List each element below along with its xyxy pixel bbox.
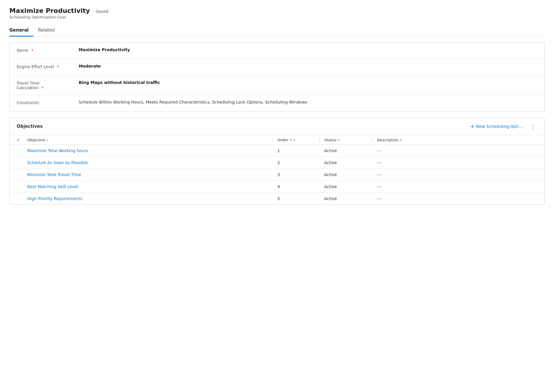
page-subtitle: Scheduling Optimization Goal bbox=[9, 15, 545, 19]
field-value-travel-time: Bing Maps without historical traffic bbox=[75, 80, 537, 85]
objectives-section: Objectives + New Scheduling Opti... ⋮ ✓ … bbox=[9, 118, 545, 205]
table-row: Maximize Total Working hours 1 Active --… bbox=[10, 145, 544, 157]
row-objective-0[interactable]: Maximize Total Working hours bbox=[27, 148, 273, 153]
main-card: Name * Maximize Productivity Engine Effo… bbox=[9, 42, 545, 112]
new-button-label: New Scheduling Opti... bbox=[476, 124, 523, 129]
field-label-engine-effort: Engine Effort Level * bbox=[17, 64, 75, 69]
row-order-3: 4 bbox=[273, 184, 319, 189]
objectives-header: Objectives + New Scheduling Opti... ⋮ bbox=[10, 118, 544, 135]
table-row: Best Matching Skill Level 4 Active --- bbox=[10, 181, 544, 193]
table-row: Schedule As Soon As Possible 2 Active --… bbox=[10, 157, 544, 169]
order-chevron-icon: ∨ bbox=[293, 138, 295, 142]
row-status-2: Active bbox=[319, 172, 372, 177]
table-row: Minimize Total Travel Time 3 Active --- bbox=[10, 169, 544, 181]
check-icon: ✓ bbox=[17, 137, 20, 142]
tab-general[interactable]: General bbox=[9, 25, 33, 37]
objectives-title: Objectives bbox=[17, 124, 468, 129]
page-title-text: Maximize Productivity bbox=[9, 7, 90, 14]
field-label-travel-time: Travel TimeCalculation * bbox=[17, 80, 75, 90]
row-status-4: Active bbox=[319, 196, 372, 201]
field-label-constraints: Constraints bbox=[17, 100, 75, 105]
row-objective-2[interactable]: Minimize Total Travel Time bbox=[27, 172, 273, 177]
row-description-3: --- bbox=[372, 184, 537, 189]
objectives-actions: + New Scheduling Opti... ⋮ bbox=[468, 122, 537, 131]
description-chevron-icon: ∨ bbox=[400, 138, 402, 142]
row-order-1: 2 bbox=[273, 160, 319, 165]
row-objective-1[interactable]: Schedule As Soon As Possible bbox=[27, 160, 273, 165]
tab-related[interactable]: Related bbox=[38, 25, 59, 37]
th-status[interactable]: Status ∨ bbox=[320, 138, 372, 142]
field-row-name: Name * Maximize Productivity bbox=[10, 43, 544, 59]
table-row: High Priority Requirements 5 Active --- bbox=[10, 193, 544, 204]
row-order-2: 3 bbox=[273, 172, 319, 177]
sort-up-icon: ↑ bbox=[290, 138, 292, 142]
objectives-table: ✓ Objective ∨ Order ↑ ∨ Status ∨ Descrip… bbox=[10, 135, 544, 204]
plus-icon: + bbox=[470, 124, 474, 129]
field-row-travel-time: Travel TimeCalculation * Bing Maps witho… bbox=[10, 75, 544, 95]
row-status-1: Active bbox=[319, 160, 372, 165]
row-description-2: --- bbox=[372, 172, 537, 177]
row-status-3: Active bbox=[319, 184, 372, 189]
table-body: Maximize Total Working hours 1 Active --… bbox=[10, 145, 544, 204]
saved-badge: - Saved bbox=[93, 9, 109, 14]
page-header: Maximize Productivity - Saved Scheduling… bbox=[9, 7, 545, 19]
status-chevron-icon: ∨ bbox=[338, 138, 340, 142]
row-objective-4[interactable]: High Priority Requirements bbox=[27, 196, 273, 201]
table-header-row: ✓ Objective ∨ Order ↑ ∨ Status ∨ Descrip… bbox=[10, 135, 544, 145]
field-row-constraints: Constraints Schedule Within Working Hour… bbox=[10, 95, 544, 111]
row-description-4: --- bbox=[372, 196, 537, 201]
field-row-engine-effort: Engine Effort Level * Moderate bbox=[10, 59, 544, 75]
row-description-1: --- bbox=[372, 160, 537, 165]
row-order-4: 5 bbox=[273, 196, 319, 201]
th-order[interactable]: Order ↑ ∨ bbox=[273, 138, 320, 142]
required-indicator-engine: * bbox=[57, 65, 59, 69]
tab-bar: General Related bbox=[9, 25, 545, 37]
th-objective[interactable]: Objective ∨ bbox=[27, 138, 273, 142]
row-objective-3[interactable]: Best Matching Skill Level bbox=[27, 184, 273, 189]
page-title: Maximize Productivity - Saved bbox=[9, 7, 545, 14]
new-scheduling-button[interactable]: + New Scheduling Opti... bbox=[468, 123, 525, 130]
required-indicator-name: * bbox=[31, 48, 33, 53]
chevron-down-icon: ∨ bbox=[47, 138, 49, 142]
more-options-button[interactable]: ⋮ bbox=[529, 122, 537, 131]
field-value-engine-effort: Moderate bbox=[75, 64, 537, 68]
th-description[interactable]: Description ∨ bbox=[372, 138, 537, 142]
field-value-constraints: Schedule Within Working Hours, Meets Req… bbox=[75, 100, 537, 104]
field-value-name: Maximize Productivity bbox=[75, 47, 537, 52]
required-indicator-travel: * bbox=[42, 86, 44, 90]
row-status-0: Active bbox=[319, 148, 372, 153]
th-check: ✓ bbox=[17, 137, 27, 142]
row-order-0: 1 bbox=[273, 148, 319, 153]
field-label-name: Name * bbox=[17, 47, 75, 53]
row-description-0: --- bbox=[372, 148, 537, 153]
more-icon: ⋮ bbox=[530, 123, 536, 130]
